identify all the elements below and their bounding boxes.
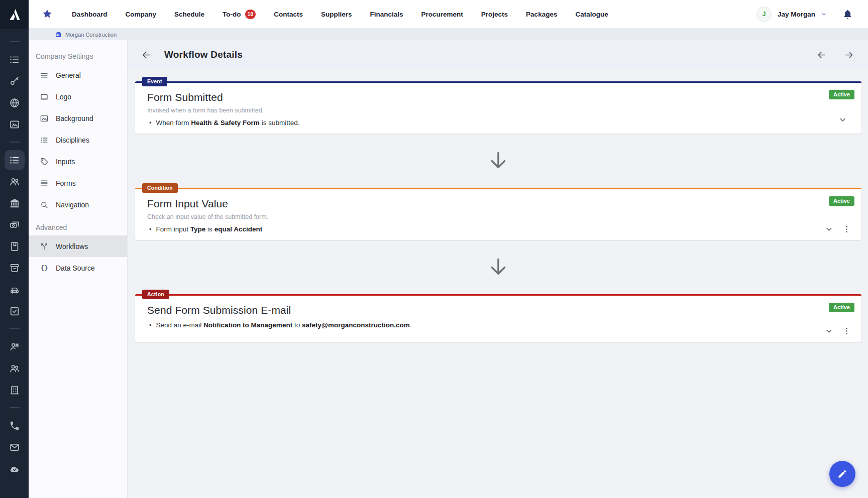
workflow-card-condition: ConditionActiveForm Input ValueCheck an … [135,188,861,240]
rail-divider [10,407,20,408]
nav-item-contacts[interactable]: Contacts [274,11,303,18]
expand-chevron-icon[interactable] [824,224,834,234]
settings-sidebar: Company Settings GeneralLogoBackgroundDi… [29,40,128,498]
breadcrumb[interactable]: Morgan Construction [29,29,868,40]
rail-icon-mail[interactable] [5,437,25,457]
list-b-icon [40,136,49,145]
nav-item-suppliers[interactable]: Suppliers [321,11,352,18]
card-subtitle: Invoked when a form has been submitted. [147,107,849,114]
nav-item-schedule[interactable]: Schedule [174,11,204,18]
nav-item-label: Dashboard [72,11,107,18]
card-title: Form Input Value [147,198,849,210]
menu-icon [40,71,49,80]
sidebar-item-data-source[interactable]: {}Data Source [29,257,127,279]
notifications-bell-icon[interactable] [842,9,853,20]
status-badge: Active [829,196,854,206]
sidebar-item-disciplines[interactable]: Disciplines [29,129,127,151]
more-menu-icon[interactable] [842,224,851,234]
sidebar-item-label: Workflows [56,242,88,251]
sidebar-item-label: Data Source [56,264,95,272]
top-nav: DashboardCompanyScheduleTo-do10ContactsS… [29,0,868,29]
back-arrow-icon[interactable] [141,49,152,61]
nav-item-company[interactable]: Company [126,11,157,18]
rail-icon-list[interactable] [5,50,25,70]
card-type-badge: Action [142,290,169,299]
nav-item-catalogue[interactable]: Catalogue [575,11,608,18]
nav-item-label: Contacts [274,11,303,18]
nav-item-label: Company [126,11,157,18]
edit-fab[interactable] [829,461,855,487]
rail-icon-image[interactable] [5,114,25,135]
flow-arrow-down-icon [135,240,861,294]
braces-icon: {} [40,264,49,273]
nav-item-dashboard[interactable]: Dashboard [72,11,107,18]
sidebar-item-navigation[interactable]: Navigation [29,194,127,215]
avatar[interactable]: J [756,7,772,22]
brand-a-icon [6,6,23,23]
favorites-star-icon[interactable] [42,9,53,20]
sidebar-item-background[interactable]: Background [29,107,127,129]
rail-divider [10,142,20,143]
rail-icon-book[interactable] [5,236,25,257]
sidebar-item-inputs[interactable]: Inputs [29,151,127,172]
nav-item-label: Financials [370,11,403,18]
nav-item-label: Projects [481,11,508,18]
nav-item-label: Suppliers [321,11,352,18]
app-logo[interactable] [0,0,29,29]
rail-icon-wallet[interactable] [5,215,25,235]
sidebar-item-general[interactable]: General [29,64,127,86]
page-header: Workflow Details [128,40,868,69]
bullet-dot: • [149,321,152,329]
sidebar-item-logo[interactable]: Logo [29,86,127,107]
nav-item-packages[interactable]: Packages [526,11,557,18]
sidebar-item-label: Logo [56,93,71,101]
sidebar-item-forms[interactable]: Forms [29,172,127,194]
rail-icon-users[interactable] [5,172,25,192]
nav-item-to-do[interactable]: To-do10 [223,10,256,19]
rail-icon-check-square[interactable] [5,301,25,321]
card-controls [824,326,851,336]
next-workflow-arrow-icon[interactable] [844,50,854,60]
nav-item-label: Catalogue [575,11,608,18]
rows-icon [40,179,49,188]
rail-icon-car[interactable] [5,280,25,300]
nav-item-projects[interactable]: Projects [481,11,508,18]
rail-icon-cloud-check[interactable] [5,459,25,479]
rail-icon-building[interactable] [5,380,25,400]
rail-icon-bank[interactable] [5,193,25,213]
page-title: Workflow Details [164,49,243,60]
sidebar-item-label: Inputs [56,158,75,166]
rail-icon-phone[interactable] [5,416,25,436]
status-badge: Active [829,90,854,99]
card-controls [824,224,851,234]
card-rule-text: •Send an e-mail Notification to Manageme… [147,321,849,329]
nav-item-procurement[interactable]: Procurement [421,11,463,18]
expand-chevron-icon[interactable] [838,115,847,125]
nav-item-label: Packages [526,11,557,18]
main-content: Workflow Details EventActiveForm Submitt… [128,40,868,498]
flow-arrow-down-icon [135,134,861,188]
rail-divider [10,41,20,42]
rail-icon-engineer[interactable] [5,337,25,357]
rail-icon-archive[interactable] [5,258,25,278]
expand-chevron-icon[interactable] [824,326,834,336]
settings-items: GeneralLogoBackgroundDisciplinesInputsFo… [29,64,127,215]
nav-item-financials[interactable]: Financials [370,11,403,18]
settings-advanced-items: Workflows{}Data Source [29,235,127,279]
sidebar-item-workflows[interactable]: Workflows [29,235,127,257]
split-icon [40,242,49,251]
rail-icon-globe[interactable] [5,93,25,113]
chevron-down-icon [820,11,827,18]
rail-icon-key[interactable] [5,71,25,91]
user-menu-button[interactable]: Jay Morgan [778,11,827,18]
pagination [816,50,854,60]
sidebar-item-label: Forms [56,179,76,187]
prev-workflow-arrow-icon[interactable] [816,50,827,60]
settings-heading: Company Settings [36,52,127,60]
more-menu-icon[interactable] [842,326,851,336]
rail-icon-users[interactable] [5,358,25,379]
nav-item-label: To-do [223,11,241,18]
user-name: Jay Morgan [778,11,815,18]
rail-icon-list[interactable] [5,150,25,170]
sidebar-item-label: Navigation [56,201,89,209]
